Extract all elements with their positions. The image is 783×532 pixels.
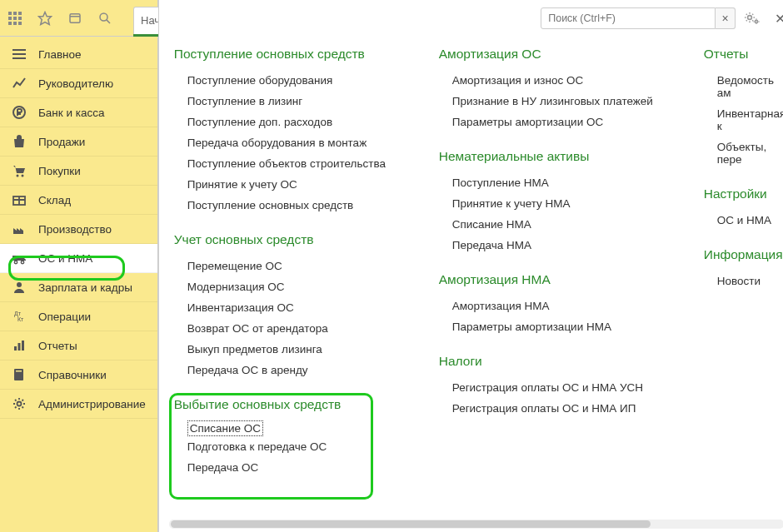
section-link[interactable]: Передача оборудования в монтаж xyxy=(174,132,407,153)
nav-label: Склад xyxy=(38,194,71,206)
search-clear-button[interactable]: × xyxy=(716,7,736,29)
section-link[interactable]: Передача ОС в аренду xyxy=(174,360,407,380)
nav-item-manager[interactable]: Руководителю xyxy=(0,69,157,98)
section-title[interactable]: Амортизация ОС xyxy=(439,47,672,62)
section-link[interactable]: Модернизация ОС xyxy=(174,276,407,297)
svg-point-17 xyxy=(17,175,19,177)
section-link[interactable]: Признание в НУ лизинговых платежей xyxy=(439,91,672,112)
sidebar: Главное Руководителю Банк и касса Продаж… xyxy=(0,0,158,532)
chart-icon xyxy=(12,76,27,91)
section-link[interactable]: Параметры амортизации ОС xyxy=(439,112,672,132)
section-uchet-os: Учет основных средств Перемещение ОС Мод… xyxy=(174,232,407,380)
nav-label: Операции xyxy=(38,311,91,323)
section-link[interactable]: Возврат ОС от арендатора xyxy=(174,318,407,339)
svg-point-18 xyxy=(22,175,24,177)
section-link[interactable]: Регистрация оплаты ОС и НМА ИП xyxy=(439,398,672,419)
nav-item-main[interactable]: Главное xyxy=(0,40,157,69)
section-link[interactable]: Параметры амортизации НМА xyxy=(439,316,672,337)
nav-label: Руководителю xyxy=(38,77,113,90)
section-link[interactable]: Поступление доп. расходов xyxy=(174,112,407,132)
section-nma: Нематериальные активы Поступление НМА Пр… xyxy=(439,149,672,256)
nav-item-salary[interactable]: Зарплата и кадры xyxy=(0,273,157,302)
section-amort-nma: Амортизация НМА Амортизация НМА Параметр… xyxy=(439,272,672,337)
nav-label: Главное xyxy=(38,48,82,61)
horizontal-scrollbar[interactable] xyxy=(169,520,783,529)
nav-item-operations[interactable]: ДтКтОперации xyxy=(0,302,157,331)
section-link[interactable]: Принятие к учету ОС xyxy=(174,174,407,195)
nav-item-reports[interactable]: Отчеты xyxy=(0,331,157,360)
nav-item-sales[interactable]: Продажи xyxy=(0,127,157,157)
section-title[interactable]: Отчеты xyxy=(704,47,783,62)
section-link[interactable]: Списание НМА xyxy=(439,214,672,235)
section-link[interactable]: Перемещение ОС xyxy=(174,256,407,276)
nav-item-bank[interactable]: Банк и касса xyxy=(0,98,157,127)
section-link[interactable]: Новости xyxy=(704,271,783,291)
svg-rect-13 xyxy=(12,49,26,51)
search-icon[interactable] xyxy=(97,10,113,27)
factory-icon xyxy=(12,221,27,236)
section-title[interactable]: Настройки xyxy=(704,186,783,201)
section-link[interactable]: Передача НМА xyxy=(439,235,672,256)
section-link[interactable]: Принятие к учету НМА xyxy=(439,193,672,214)
section-title[interactable]: Выбытие основных средств xyxy=(174,397,407,412)
svg-marker-9 xyxy=(39,12,52,24)
section-link[interactable]: Поступление оборудования xyxy=(174,70,407,91)
nav-item-references[interactable]: Справочники xyxy=(0,360,157,390)
section-link[interactable]: Регистрация оплаты ОС и НМА УСН xyxy=(439,377,672,398)
search-input[interactable] xyxy=(541,7,716,29)
bag-icon xyxy=(12,134,27,149)
nav-label: Зарплата и кадры xyxy=(38,281,132,294)
svg-rect-4 xyxy=(13,17,17,20)
section-link[interactable]: Амортизация и износ ОС xyxy=(439,70,672,91)
svg-point-11 xyxy=(100,13,107,21)
section-title[interactable]: Нематериальные активы xyxy=(439,149,672,164)
section-title[interactable]: Амортизация НМА xyxy=(439,272,672,287)
section-title[interactable]: Поступление основных средств xyxy=(174,47,407,62)
section-link[interactable]: Передача ОС xyxy=(174,457,407,478)
section-title[interactable]: Налоги xyxy=(439,354,672,369)
truck-icon xyxy=(12,251,27,266)
section-link[interactable]: Инвентаризация ОС xyxy=(174,297,407,318)
section-link[interactable]: Выкуп предметов лизинга xyxy=(174,339,407,360)
section-title[interactable]: Учет основных средств xyxy=(174,232,407,247)
svg-point-22 xyxy=(21,261,23,263)
settings-button[interactable] xyxy=(741,7,764,29)
section-link-spisanie[interactable]: Списание ОС xyxy=(187,420,263,436)
close-button[interactable]: ✕ xyxy=(769,7,783,29)
nav-item-purchases[interactable]: Покупки xyxy=(0,157,157,186)
svg-rect-14 xyxy=(12,53,26,55)
svg-line-12 xyxy=(107,19,110,22)
svg-rect-1 xyxy=(13,12,17,15)
section-title[interactable]: Информация xyxy=(704,247,783,262)
nav-label: Отчеты xyxy=(38,340,77,352)
nav-label: Производство xyxy=(38,223,112,236)
section-link[interactable]: ОС и НМА xyxy=(704,210,783,231)
nav-item-warehouse[interactable]: Склад xyxy=(0,186,157,215)
person-icon xyxy=(12,280,27,295)
section-link[interactable]: Поступление в лизинг xyxy=(174,91,407,112)
section-link[interactable]: Поступление объектов строительства xyxy=(174,153,407,174)
section-link[interactable]: Ведомость ам xyxy=(704,70,783,103)
scroll-thumb[interactable] xyxy=(171,520,651,528)
svg-point-32 xyxy=(748,16,752,20)
nav-item-os-nma[interactable]: ОС и НМА xyxy=(0,244,157,273)
section-link[interactable]: Подготовка к передаче ОС xyxy=(174,436,407,457)
section-link[interactable]: Инвентарная к xyxy=(704,103,783,137)
svg-rect-28 xyxy=(22,341,24,351)
section-link[interactable]: Поступление основных средств xyxy=(174,195,407,216)
section-info: Информация Новости xyxy=(704,247,783,291)
section-link[interactable]: Амортизация НМА xyxy=(439,296,672,316)
svg-rect-10 xyxy=(70,13,80,22)
nav-item-admin[interactable]: Администрирование xyxy=(0,390,157,419)
ops-icon: ДтКт xyxy=(12,309,27,324)
section-link[interactable]: Объекты, пере xyxy=(704,137,783,170)
star-icon[interactable] xyxy=(37,10,53,27)
nav-item-production[interactable]: Производство xyxy=(0,215,157,244)
section-link[interactable]: Поступление НМА xyxy=(439,172,672,193)
ruble-icon xyxy=(12,105,27,120)
nav-label: Банк и касса xyxy=(38,107,105,119)
apps-icon[interactable] xyxy=(7,10,23,27)
column-3: Отчеты Ведомость ам Инвентарная к Объект… xyxy=(704,47,783,495)
history-icon[interactable] xyxy=(67,10,83,27)
svg-rect-5 xyxy=(18,17,22,20)
